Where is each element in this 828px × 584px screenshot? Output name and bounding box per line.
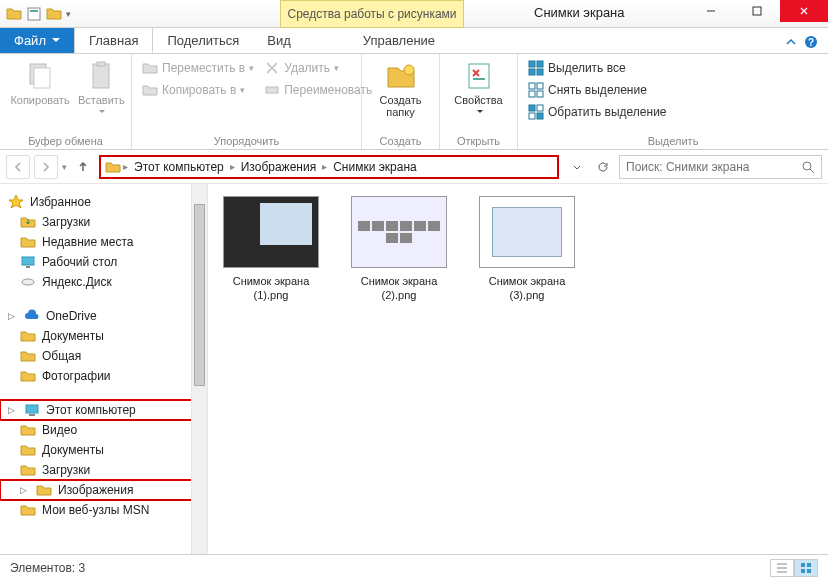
chevron-down-icon[interactable]: ▷	[8, 405, 18, 415]
search-input[interactable]	[626, 160, 795, 174]
tab-file[interactable]: Файл	[0, 27, 74, 53]
history-dropdown-icon[interactable]: ▾	[62, 162, 67, 172]
search-box[interactable]	[619, 155, 822, 179]
svg-rect-24	[537, 113, 543, 119]
nav-downloads2[interactable]: Загрузки	[0, 460, 207, 480]
context-tab-header: Средства работы с рисунками	[280, 0, 464, 28]
file-name: Снимок экрана (3).png	[472, 274, 582, 303]
tab-home[interactable]: Главная	[74, 27, 153, 53]
properties-label: Свойства	[454, 94, 503, 118]
folder-icon	[6, 6, 22, 22]
nav-yandex-disk[interactable]: Яндекс.Диск	[0, 272, 207, 292]
tab-view[interactable]: Вид	[253, 27, 305, 53]
folder-icon	[20, 328, 36, 344]
svg-rect-30	[29, 414, 35, 416]
chevron-right-icon[interactable]: ▸	[123, 161, 128, 172]
file-item[interactable]: Снимок экрана (3).png	[472, 196, 582, 303]
file-item[interactable]: Снимок экрана (2).png	[344, 196, 454, 303]
svg-rect-23	[529, 113, 535, 119]
search-icon	[801, 160, 815, 174]
nav-scrollbar[interactable]	[191, 184, 207, 554]
svg-rect-17	[529, 83, 535, 89]
back-button[interactable]	[6, 155, 30, 179]
svg-rect-1	[30, 10, 38, 12]
new-folder-icon[interactable]	[46, 6, 62, 22]
svg-rect-9	[266, 87, 278, 93]
chevron-right-icon[interactable]: ▷	[8, 311, 18, 321]
thumbnail	[351, 196, 447, 268]
window-title: Снимки экрана	[534, 5, 625, 20]
nav-onedrive-documents[interactable]: Документы	[0, 326, 207, 346]
document-icon	[20, 442, 36, 458]
chevron-right-icon[interactable]: ▸	[230, 161, 235, 172]
download-icon	[20, 214, 36, 230]
status-bar: Элементов: 3	[0, 554, 828, 580]
item-count: 3	[79, 561, 86, 575]
nav-downloads[interactable]: Загрузки	[0, 212, 207, 232]
minimize-button[interactable]	[688, 0, 734, 22]
forward-button[interactable]	[34, 155, 58, 179]
invert-selection-button[interactable]: Обратить выделение	[528, 102, 667, 122]
select-none-button[interactable]: Снять выделение	[528, 80, 667, 100]
nav-onedrive-photos[interactable]: Фотографии	[0, 366, 207, 386]
organize-group-label: Упорядочить	[142, 133, 351, 147]
up-button[interactable]	[71, 155, 95, 179]
details-view-button[interactable]	[770, 559, 794, 577]
rename-button: Переименовать	[264, 80, 372, 100]
file-name: Снимок экрана (2).png	[344, 274, 454, 303]
ribbon-group-clipboard: Копировать Вставить Буфер обмена	[0, 54, 132, 149]
svg-rect-7	[93, 64, 109, 88]
address-bar: ▾ ▸ Этот компьютер ▸ Изображения ▸ Снимк…	[0, 150, 828, 184]
help-icon[interactable]: ?	[804, 35, 818, 53]
crumb-pictures[interactable]: Изображения	[237, 160, 320, 174]
nav-videos[interactable]: Видео	[0, 420, 207, 440]
svg-text:?: ?	[808, 37, 814, 48]
qat-dropdown-icon[interactable]: ▾	[66, 9, 71, 19]
close-button[interactable]	[780, 0, 828, 22]
new-folder-button[interactable]: Создать папку	[372, 58, 429, 120]
thumbnails-view-button[interactable]	[794, 559, 818, 577]
svg-rect-33	[801, 569, 805, 573]
nav-onedrive[interactable]: ▷OneDrive	[0, 306, 207, 326]
svg-point-10	[404, 65, 414, 75]
copy-button: Копировать	[10, 58, 70, 108]
crumb-this-pc[interactable]: Этот компьютер	[130, 160, 228, 174]
nav-documents[interactable]: Документы	[0, 440, 207, 460]
chevron-right-icon[interactable]: ▷	[20, 485, 30, 495]
address-dropdown-button[interactable]	[565, 155, 589, 179]
nav-recent[interactable]: Недавние места	[0, 232, 207, 252]
video-icon	[20, 422, 36, 438]
cloud-icon	[24, 308, 40, 324]
select-all-button[interactable]: Выделить все	[528, 58, 667, 78]
breadcrumb[interactable]: ▸ Этот компьютер ▸ Изображения ▸ Снимки …	[99, 155, 559, 179]
nav-pictures[interactable]: ▷Изображения	[0, 480, 207, 500]
select-group-label: Выделить	[528, 133, 818, 147]
properties-button[interactable]: Свойства	[450, 58, 507, 120]
maximize-button[interactable]	[734, 0, 780, 22]
svg-rect-19	[529, 91, 535, 97]
disk-icon	[20, 274, 36, 290]
folder-icon	[20, 348, 36, 364]
file-list[interactable]: Снимок экрана (1).png Снимок экрана (2).…	[208, 184, 828, 554]
nav-favorites[interactable]: Избранное	[0, 192, 207, 212]
properties-icon[interactable]	[26, 6, 42, 22]
tab-share[interactable]: Поделиться	[153, 27, 253, 53]
open-group-label: Открыть	[450, 133, 507, 147]
nav-msn[interactable]: Мои веб-узлы MSN	[0, 500, 207, 520]
nav-onedrive-shared[interactable]: Общая	[0, 346, 207, 366]
paste-button: Вставить	[74, 58, 129, 120]
svg-rect-18	[537, 83, 543, 89]
svg-rect-16	[537, 69, 543, 75]
desktop-icon	[20, 254, 36, 270]
chevron-right-icon[interactable]: ▸	[322, 161, 327, 172]
refresh-button[interactable]	[591, 155, 615, 179]
tab-manage[interactable]: Управление	[349, 27, 449, 53]
file-item[interactable]: Снимок экрана (1).png	[216, 196, 326, 303]
svg-rect-34	[807, 569, 811, 573]
nav-desktop[interactable]: Рабочий стол	[0, 252, 207, 272]
ribbon-collapse-icon[interactable]	[784, 35, 798, 53]
svg-point-25	[803, 162, 811, 170]
crumb-screenshots[interactable]: Снимки экрана	[329, 160, 421, 174]
explorer-body: Избранное Загрузки Недавние места Рабочи…	[0, 184, 828, 554]
nav-this-pc[interactable]: ▷Этот компьютер	[0, 400, 207, 420]
